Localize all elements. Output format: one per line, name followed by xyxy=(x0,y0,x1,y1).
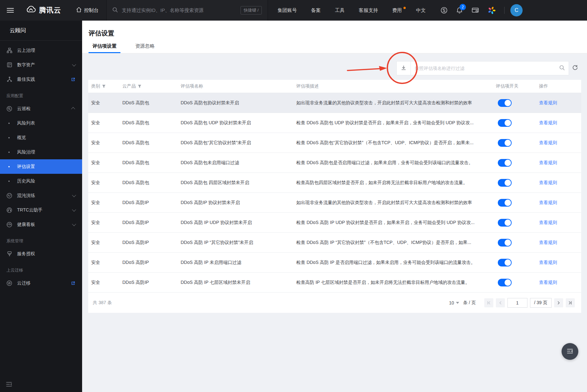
sidebar-item-governance[interactable]: 云上治理 xyxy=(0,43,82,58)
tab-eval-item-settings[interactable]: 评估项设置 xyxy=(89,43,120,53)
table-row: 安全 DDoS 高防包 DDoS 高防包未启用端口过滤 检查 DDoS 高防包是… xyxy=(88,153,581,173)
brand-logo[interactable]: 腾讯云 xyxy=(25,5,61,15)
eval-item-toggle[interactable] xyxy=(498,219,512,227)
filter-funnel-icon[interactable] xyxy=(138,85,141,88)
cell-name: DDoS 高防 IP UDP 协议封禁未开启 xyxy=(178,220,293,226)
cell-action: 查看规则 xyxy=(534,220,581,226)
cell-category: 安全 xyxy=(88,200,119,206)
hamburger-menu-icon[interactable] xyxy=(7,7,14,14)
eval-item-toggle[interactable] xyxy=(498,119,512,127)
cell-product: DDoS 高防包 xyxy=(119,180,178,186)
sidebar-item-history-risk[interactable]: 历史风险 xyxy=(0,174,82,188)
view-rules-link[interactable]: 查看规则 xyxy=(534,280,557,285)
sidebar-item-trtc[interactable]: TRTC云助手 xyxy=(0,203,82,217)
menu-item-group-account[interactable]: 集团账号 xyxy=(278,7,297,14)
cell-switch xyxy=(493,239,534,247)
prev-page-button[interactable] xyxy=(496,298,505,307)
view-rules-link[interactable]: 查看规则 xyxy=(534,240,557,245)
menu-item-tools[interactable]: 工具 xyxy=(335,7,345,14)
menu-item-language[interactable]: 中文 xyxy=(416,7,426,14)
eval-item-toggle[interactable] xyxy=(498,279,512,286)
sidebar-item-risk-list[interactable]: 风险列表 xyxy=(0,116,82,130)
service-status-icon[interactable] xyxy=(440,7,448,14)
global-search[interactable]: 支持通过实例ID、IP、名称等搜索资源 快捷键 / xyxy=(106,0,268,21)
download-button[interactable] xyxy=(396,61,411,75)
cell-name: DDoS 高防IP 协议封禁未开启 xyxy=(178,200,293,206)
bullet-dot xyxy=(8,166,10,167)
eval-item-toggle[interactable] xyxy=(498,259,512,266)
sidebar-item-eval-settings[interactable]: 评估设置 xyxy=(0,159,82,174)
cell-category: 安全 xyxy=(88,160,119,166)
page-number-input[interactable] xyxy=(507,298,527,308)
inspection-icon xyxy=(6,106,12,112)
sidebar-item-chaos[interactable]: 混沌演练 xyxy=(0,188,82,203)
first-page-button[interactable] xyxy=(484,298,493,307)
view-rules-link[interactable]: 查看规则 xyxy=(534,100,557,105)
view-rules-link[interactable]: 查看规则 xyxy=(534,160,557,165)
sidebar-item-digital-assets[interactable]: 数字资产 xyxy=(0,58,82,72)
header-product: 云产品 xyxy=(119,83,178,89)
feedback-panel-icon xyxy=(566,348,573,355)
sidebar-section-migration: 上云迁移 xyxy=(0,261,82,276)
cell-action: 查看规则 xyxy=(534,140,581,146)
user-avatar[interactable]: C xyxy=(510,4,523,16)
cell-product: DDoS 高防包 xyxy=(119,140,178,146)
sidebar-collapse-icon[interactable] xyxy=(6,382,12,388)
eval-item-toggle[interactable] xyxy=(498,99,512,107)
main-area: 评估设置 评估项设置 资源忽略 xyxy=(82,21,587,392)
filter-search-icon[interactable] xyxy=(559,65,565,72)
table-row: 安全 DDoS 高防包 DDoS 高防包 四层区域封禁未开启 检查高防包四层区域… xyxy=(88,173,581,192)
menu-item-icp[interactable]: 备案 xyxy=(311,7,321,14)
branch-icon xyxy=(6,77,12,82)
view-rules-link[interactable]: 查看规则 xyxy=(534,180,557,185)
eval-item-toggle[interactable] xyxy=(498,239,512,247)
eval-item-toggle[interactable] xyxy=(498,139,512,147)
navbar-divider xyxy=(504,7,505,14)
sidebar-item-health[interactable]: 健康看板 xyxy=(0,217,82,232)
view-rules-link[interactable]: 查看规则 xyxy=(534,220,557,225)
sidebar-item-cloud-migration[interactable]: 云迁移 xyxy=(0,276,82,290)
table-row: 安全 DDoS 高防IP DDoS 高防 IP “其它协议封禁”未开启 检查 D… xyxy=(88,232,581,252)
chevron-down-icon xyxy=(72,222,76,226)
cell-name: DDoS 高防包未启用端口过滤 xyxy=(178,160,293,166)
sidebar-item-service-auth[interactable]: 服务授权 xyxy=(0,247,82,261)
menu-item-billing[interactable]: 费用 xyxy=(392,7,402,14)
trtc-assistant-icon xyxy=(6,207,12,213)
next-page-button[interactable] xyxy=(554,298,563,307)
chevron-down-icon xyxy=(72,193,76,197)
home-icon xyxy=(76,7,82,14)
table-row: 安全 DDoS 高防IP DDoS 高防 IP UDP 协议封禁未开启 检查 D… xyxy=(88,212,581,232)
console-settings-icon[interactable] xyxy=(471,7,479,14)
cell-category: 安全 xyxy=(88,240,119,246)
notification-bell-icon[interactable]: 2 xyxy=(456,7,463,14)
activity-pinwheel-icon[interactable] xyxy=(488,6,496,14)
last-page-button[interactable] xyxy=(566,298,575,307)
navbar-icons: 2 C xyxy=(440,4,527,16)
sidebar-item-best-practice[interactable]: 最佳实践 xyxy=(0,72,82,87)
menu-item-support[interactable]: 客服支持 xyxy=(359,7,378,14)
cell-switch xyxy=(493,279,534,286)
cell-description: 检查 DDoS 高防 IP UDP 协议封禁是否开启，如果未开启，业务可能会受到… xyxy=(293,220,493,226)
filter-funnel-icon[interactable] xyxy=(102,85,106,88)
chevron-down-icon xyxy=(72,62,76,67)
toggle-knob xyxy=(505,259,511,266)
sidebar-item-inspection[interactable]: 云巡检 xyxy=(0,101,82,116)
cell-description: 检查 DDoS 高防 IP “其它协议封禁”（不包含TCP、UDP、ICMP协议… xyxy=(293,240,493,246)
page-size-select[interactable]: 10 xyxy=(449,300,459,305)
tab-resource-ignore[interactable]: 资源忽略 xyxy=(131,43,158,53)
sidebar-item-overview[interactable]: 概览 xyxy=(0,130,82,145)
cell-switch xyxy=(493,199,534,207)
table-row: 安全 DDoS 高防包 DDoS 高防包 UDP 协议封禁未开启 检查 DDoS… xyxy=(88,113,581,133)
console-link[interactable]: 控制台 xyxy=(76,7,99,14)
feedback-fab-button[interactable] xyxy=(562,343,578,360)
filter-input[interactable] xyxy=(415,66,559,71)
view-rules-link[interactable]: 查看规则 xyxy=(534,260,557,265)
eval-item-toggle[interactable] xyxy=(498,179,512,187)
refresh-button[interactable] xyxy=(569,61,581,75)
view-rules-link[interactable]: 查看规则 xyxy=(534,120,557,125)
sidebar-item-risk-governance[interactable]: 风险治理 xyxy=(0,145,82,159)
view-rules-link[interactable]: 查看规则 xyxy=(534,140,557,145)
eval-item-toggle[interactable] xyxy=(498,199,512,207)
view-rules-link[interactable]: 查看规则 xyxy=(534,200,557,205)
eval-item-toggle[interactable] xyxy=(498,159,512,167)
